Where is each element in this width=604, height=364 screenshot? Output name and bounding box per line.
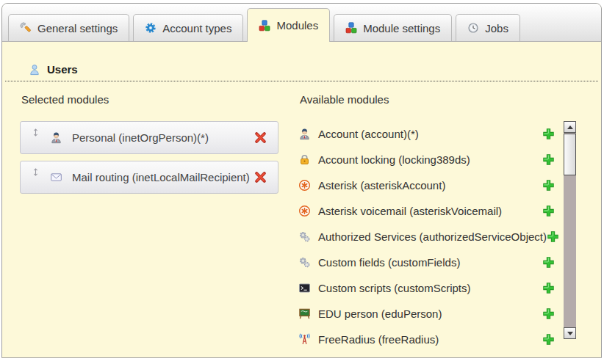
tab-icon [345,22,357,34]
remove-module-button[interactable] [254,171,267,183]
add-icon [547,230,559,243]
drag-handle-icon[interactable] [31,128,40,137]
available-modules-list: Account (account)(*) Account locking (lo… [298,121,555,352]
tab[interactable]: Jobs [456,14,520,41]
module-label: Mail routing (inetLocalMailRecipient) [72,171,254,183]
tab-label: Modules [276,19,318,32]
module-label: EDU person (eduPerson) [318,307,542,320]
users-section-header: Users [2,42,601,81]
tab-label: General settings [37,22,118,34]
modules-tab-content: Users Selected modules Personal (inetOrg… [2,42,601,358]
tab-icon [467,22,479,34]
available-module-row: Custom fields (customFields) [298,250,555,275]
add-module-button[interactable] [542,282,555,294]
add-icon [542,179,555,192]
available-module-row: Custom scripts (customScripts) [298,275,555,301]
available-module-row: Account locking (locking389ds) [298,147,555,172]
add-module-button[interactable] [542,153,555,166]
delete-icon [254,131,267,144]
users-icon [29,64,40,76]
tab-label: Module settings [363,22,440,34]
available-modules-scrollbar[interactable] [564,121,576,339]
module-label: Account (account)(*) [318,128,542,140]
drag-handle-icon[interactable] [31,167,40,177]
available-module-row: Asterisk voicemail (asteriskVoicemail) [298,198,555,224]
section-divider [5,81,598,81]
tab[interactable]: General settings [8,14,129,41]
module-label: Account locking (locking389ds) [318,153,542,166]
module-icon [298,282,311,294]
add-icon [542,307,555,320]
tab[interactable]: Module settings [334,14,452,41]
section-title: Users [47,63,78,76]
add-icon [542,205,555,217]
available-module-row: Asterisk (asteriskAccount) [298,172,555,198]
module-label: Custom scripts (customScripts) [318,282,542,294]
module-label: Personal (inetOrgPerson)(*) [72,131,254,144]
selected-module-row: Personal (inetOrgPerson)(*) [20,121,278,154]
module-icon [298,153,311,166]
module-label: Authorized Services (authorizedServiceOb… [318,230,547,243]
module-icon [298,205,311,217]
tab-icon [20,22,32,34]
tab-icon [145,22,157,34]
available-modules-column: Available modules Account (account)(*) A… [298,89,555,352]
module-label: FreeRadius (freeRadius) [318,333,542,346]
add-module-button[interactable] [542,205,555,217]
add-icon [542,128,555,140]
module-label: Asterisk (asteriskAccount) [318,179,542,192]
available-module-row: FreeRadius (freeRadius) [298,327,555,352]
tab[interactable]: Account types [133,14,243,41]
add-module-button[interactable] [547,230,559,243]
module-icon [298,230,311,243]
add-icon [542,153,555,166]
available-modules-heading: Available modules [300,93,555,106]
tab-label: Account types [162,22,231,34]
add-icon [542,333,555,346]
configuration-panel: General settings Account types Modules M… [1,3,602,358]
tab-bar: General settings Account types Modules M… [2,4,601,42]
scroll-down-button[interactable] [564,327,576,339]
delete-icon [254,171,267,183]
add-module-button[interactable] [542,179,555,192]
available-module-row: EDU person (eduPerson) [298,301,555,327]
scroll-up-button[interactable] [564,121,576,133]
tab-icon [259,20,270,32]
module-label: Asterisk voicemail (asteriskVoicemail) [318,205,542,217]
remove-module-button[interactable] [254,131,267,144]
available-module-row: Account (account)(*) [298,121,555,147]
add-module-button[interactable] [542,307,555,320]
add-icon [542,282,555,294]
tab-label: Jobs [485,22,508,34]
module-icon [50,171,62,183]
scroll-up-arrow-icon [567,125,573,129]
module-icon [298,333,311,346]
selected-modules-heading: Selected modules [21,93,278,106]
add-module-button[interactable] [542,256,555,269]
scrollbar-thumb[interactable] [564,134,576,175]
module-icon [298,256,311,269]
module-icon [298,307,311,320]
add-module-button[interactable] [542,128,555,140]
module-label: Custom fields (customFields) [318,256,542,269]
add-icon [542,256,555,269]
tab[interactable]: Modules [247,8,330,42]
module-icon [50,131,62,144]
selected-modules-column: Selected modules Personal (inetOrgPerson… [20,89,278,200]
selected-module-row: Mail routing (inetLocalMailRecipient) [20,161,278,194]
modules-columns: Selected modules Personal (inetOrgPerson… [2,89,601,352]
add-module-button[interactable] [542,333,555,346]
module-icon [298,128,311,140]
module-icon [298,179,311,192]
available-module-row: Authorized Services (authorizedServiceOb… [298,224,555,250]
selected-modules-list: Personal (inetOrgPerson)(*) Mail routing… [20,121,278,194]
scroll-down-arrow-icon [567,332,573,335]
